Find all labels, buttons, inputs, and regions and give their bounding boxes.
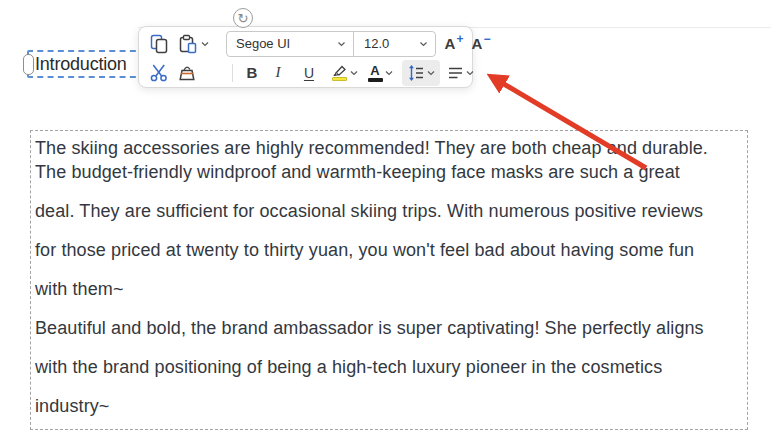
grow-font-icon: A bbox=[445, 36, 456, 51]
floating-format-toolbar: Segoe UI 12.0 A + A − bbox=[138, 26, 473, 88]
format-painter-icon bbox=[176, 62, 198, 84]
highlight-color-swatch bbox=[332, 77, 347, 81]
italic-icon: I bbox=[276, 64, 281, 81]
toolbar-row-2: B I U bbox=[139, 58, 472, 87]
format-painter-button[interactable] bbox=[174, 60, 200, 86]
toolbar-row-1: Segoe UI 12.0 A + A − bbox=[139, 29, 472, 58]
document-line: Beautiful and bold, the brand ambassador… bbox=[35, 318, 704, 339]
shrink-font-button[interactable]: A − bbox=[469, 31, 493, 57]
font-family-value: Segoe UI bbox=[236, 36, 335, 51]
title-text: Introduction bbox=[35, 54, 127, 75]
document-line: The skiing accessories are highly recomm… bbox=[35, 138, 708, 159]
cut-button[interactable] bbox=[146, 60, 172, 86]
rotate-handle-icon[interactable]: ↻ bbox=[233, 8, 253, 28]
chevron-down-icon bbox=[350, 70, 358, 76]
selection-handle[interactable] bbox=[23, 54, 34, 75]
font-size-value: 12.0 bbox=[364, 36, 417, 51]
font-color-swatch bbox=[368, 78, 383, 82]
copy-button[interactable] bbox=[146, 31, 172, 57]
paste-button[interactable] bbox=[174, 31, 212, 57]
document-line: for those priced at twenty to thirty yua… bbox=[35, 240, 694, 261]
copy-icon bbox=[148, 33, 170, 55]
chevron-down-icon bbox=[337, 41, 346, 47]
font-family-select[interactable]: Segoe UI bbox=[227, 32, 353, 56]
shrink-font-icon: A bbox=[472, 36, 483, 51]
bold-button[interactable]: B bbox=[242, 60, 262, 86]
document-line: deal. They are sufficient for occasional… bbox=[35, 201, 703, 222]
highlight-color-icon bbox=[330, 64, 348, 76]
chevron-down-icon bbox=[427, 70, 435, 76]
alignment-icon bbox=[447, 64, 464, 82]
document-line: industry~ bbox=[35, 396, 109, 417]
chevron-down-icon bbox=[419, 41, 428, 47]
document-text-box[interactable]: The skiing accessories are highly recomm… bbox=[30, 130, 748, 430]
chevron-down-icon bbox=[201, 41, 209, 47]
underline-icon: U bbox=[304, 65, 314, 81]
line-spacing-button[interactable] bbox=[402, 60, 440, 86]
highlight-color-button[interactable] bbox=[328, 60, 360, 86]
font-color-button[interactable]: A bbox=[364, 60, 396, 86]
underline-button[interactable]: U bbox=[298, 60, 320, 86]
grow-font-button[interactable]: A + bbox=[442, 31, 466, 57]
line-spacing-icon bbox=[407, 64, 425, 82]
document-line: with them~ bbox=[35, 279, 124, 300]
alignment-button[interactable] bbox=[445, 60, 475, 86]
toolbar-separator bbox=[232, 64, 233, 82]
chevron-down-icon bbox=[385, 70, 393, 76]
paste-icon bbox=[177, 33, 199, 55]
font-size-select[interactable]: 12.0 bbox=[354, 32, 435, 56]
cut-icon bbox=[148, 62, 170, 84]
italic-button[interactable]: I bbox=[268, 60, 288, 86]
font-controls: Segoe UI 12.0 bbox=[226, 31, 436, 57]
document-line: with the brand positioning of being a hi… bbox=[35, 357, 662, 378]
page: Introduction ↻ bbox=[0, 0, 771, 443]
document-line: The budget-friendly windproof and warmth… bbox=[35, 162, 680, 183]
bold-icon: B bbox=[247, 64, 258, 81]
font-color-icon: A bbox=[370, 64, 379, 77]
chevron-down-icon bbox=[466, 70, 474, 76]
